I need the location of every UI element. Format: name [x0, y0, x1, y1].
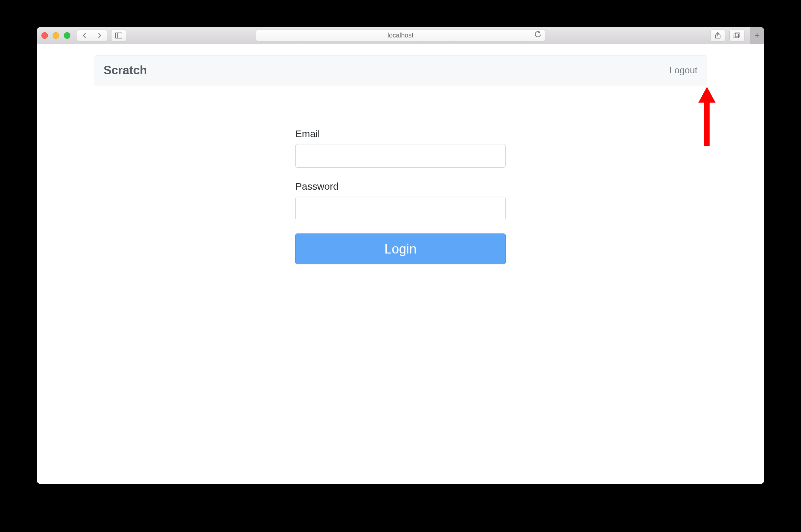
browser-window: localhost: [37, 27, 764, 484]
window-minimize-button[interactable]: [53, 32, 59, 39]
svg-marker-6: [699, 87, 716, 102]
sidebar-toggle-button[interactable]: [111, 30, 126, 41]
toolbar-right: +: [710, 30, 760, 41]
brand-title: Scratch: [103, 63, 147, 77]
forward-button[interactable]: [92, 30, 107, 41]
page-content: Scratch Logout Email Password Login: [37, 44, 764, 484]
address-bar[interactable]: localhost: [256, 30, 545, 41]
password-label: Password: [295, 181, 506, 192]
password-field[interactable]: [295, 197, 506, 220]
window-close-button[interactable]: [41, 32, 48, 39]
address-text: localhost: [388, 32, 414, 39]
new-tab-button[interactable]: +: [750, 27, 764, 44]
share-button[interactable]: [710, 30, 725, 41]
reload-button[interactable]: [535, 31, 541, 39]
back-button[interactable]: [77, 30, 92, 41]
email-field[interactable]: [295, 144, 506, 168]
svg-rect-4: [734, 34, 739, 38]
svg-rect-5: [735, 33, 740, 37]
annotation-arrow-icon: [697, 87, 717, 146]
login-form: Email Password Login: [295, 128, 506, 264]
svg-rect-0: [115, 33, 122, 38]
svg-rect-7: [704, 101, 710, 146]
app-navbar: Scratch Logout: [94, 55, 707, 86]
window-controls: [41, 32, 70, 39]
window-zoom-button[interactable]: [64, 32, 70, 39]
browser-titlebar: localhost: [37, 27, 764, 44]
login-button[interactable]: Login: [295, 233, 506, 264]
email-label: Email: [295, 128, 506, 139]
navigation-buttons: [77, 30, 107, 41]
tabs-overview-button[interactable]: [729, 30, 744, 41]
logout-link[interactable]: Logout: [669, 65, 698, 76]
